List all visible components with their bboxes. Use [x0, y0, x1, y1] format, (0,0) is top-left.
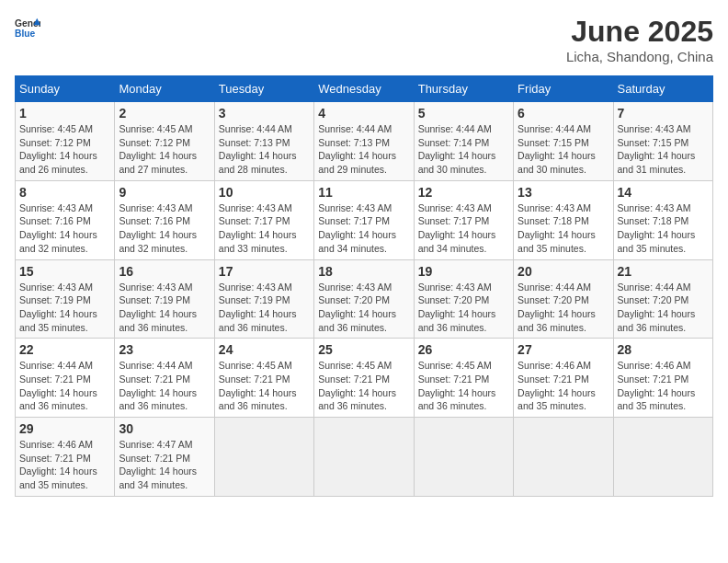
title-area: June 2025 Licha, Shandong, China — [566, 15, 713, 64]
day-number: 27 — [518, 342, 609, 357]
table-row: 2 Sunrise: 4:45 AM Sunset: 7:12 PM Dayli… — [115, 102, 214, 181]
day-info: Sunrise: 4:46 AM Sunset: 7:21 PM Dayligh… — [618, 359, 709, 413]
table-row: 29 Sunrise: 4:46 AM Sunset: 7:21 PM Dayl… — [16, 418, 115, 497]
table-row: 30 Sunrise: 4:47 AM Sunset: 7:21 PM Dayl… — [115, 418, 214, 497]
day-info: Sunrise: 4:47 AM Sunset: 7:21 PM Dayligh… — [119, 438, 210, 492]
day-number: 12 — [418, 185, 509, 200]
day-number: 15 — [19, 264, 110, 279]
day-number: 22 — [19, 342, 110, 357]
svg-text:Blue: Blue — [15, 29, 36, 39]
day-info: Sunrise: 4:44 AM Sunset: 7:21 PM Dayligh… — [119, 359, 210, 413]
day-number: 10 — [219, 185, 310, 200]
table-row: 7 Sunrise: 4:43 AM Sunset: 7:15 PM Dayli… — [613, 102, 712, 181]
day-info: Sunrise: 4:43 AM Sunset: 7:16 PM Dayligh… — [19, 201, 110, 256]
header-friday: Friday — [514, 76, 613, 102]
day-number: 18 — [318, 264, 409, 279]
calendar-week-row: 8 Sunrise: 4:43 AM Sunset: 7:16 PM Dayli… — [16, 180, 713, 259]
day-info: Sunrise: 4:44 AM Sunset: 7:20 PM Dayligh… — [518, 281, 609, 335]
day-info: Sunrise: 4:43 AM Sunset: 7:19 PM Dayligh… — [119, 281, 210, 335]
header-monday: Monday — [115, 76, 214, 102]
table-row: 3 Sunrise: 4:44 AM Sunset: 7:13 PM Dayli… — [214, 102, 313, 181]
page-header: General Blue June 2025 Licha, Shandong, … — [15, 15, 713, 64]
day-info: Sunrise: 4:44 AM Sunset: 7:15 PM Dayligh… — [518, 122, 609, 177]
day-number: 4 — [318, 106, 409, 121]
day-info: Sunrise: 4:43 AM Sunset: 7:15 PM Dayligh… — [618, 122, 709, 177]
day-info: Sunrise: 4:45 AM Sunset: 7:12 PM Dayligh… — [119, 122, 210, 177]
table-row: 20 Sunrise: 4:44 AM Sunset: 7:20 PM Dayl… — [514, 259, 613, 339]
day-number: 23 — [119, 342, 210, 357]
calendar-week-row: 1 Sunrise: 4:45 AM Sunset: 7:12 PM Dayli… — [16, 102, 713, 181]
table-row: 18 Sunrise: 4:43 AM Sunset: 7:20 PM Dayl… — [314, 259, 414, 339]
header-thursday: Thursday — [414, 76, 513, 102]
day-number: 8 — [19, 185, 110, 200]
day-number: 19 — [418, 264, 509, 279]
day-number: 3 — [219, 106, 310, 121]
table-row: 9 Sunrise: 4:43 AM Sunset: 7:16 PM Dayli… — [115, 180, 214, 259]
day-number: 14 — [618, 185, 709, 200]
day-number: 21 — [618, 264, 709, 279]
day-info: Sunrise: 4:43 AM Sunset: 7:20 PM Dayligh… — [418, 281, 509, 335]
table-row: 19 Sunrise: 4:43 AM Sunset: 7:20 PM Dayl… — [414, 259, 513, 339]
calendar-week-row: 29 Sunrise: 4:46 AM Sunset: 7:21 PM Dayl… — [16, 418, 713, 497]
table-row — [613, 418, 712, 497]
day-info: Sunrise: 4:44 AM Sunset: 7:20 PM Dayligh… — [618, 281, 709, 335]
day-number: 2 — [119, 106, 210, 121]
day-info: Sunrise: 4:43 AM Sunset: 7:16 PM Dayligh… — [119, 201, 210, 256]
day-number: 11 — [318, 185, 409, 200]
table-row — [314, 418, 414, 497]
day-number: 26 — [418, 342, 509, 357]
day-number: 29 — [19, 421, 110, 436]
table-row: 14 Sunrise: 4:43 AM Sunset: 7:18 PM Dayl… — [613, 180, 712, 259]
day-number: 7 — [618, 106, 709, 121]
calendar-header-row: Sunday Monday Tuesday Wednesday Thursday… — [16, 76, 713, 102]
table-row: 6 Sunrise: 4:44 AM Sunset: 7:15 PM Dayli… — [514, 102, 613, 181]
table-row: 4 Sunrise: 4:44 AM Sunset: 7:13 PM Dayli… — [314, 102, 414, 181]
day-info: Sunrise: 4:46 AM Sunset: 7:21 PM Dayligh… — [518, 359, 609, 413]
day-number: 5 — [418, 106, 509, 121]
table-row: 13 Sunrise: 4:43 AM Sunset: 7:18 PM Dayl… — [514, 180, 613, 259]
day-info: Sunrise: 4:44 AM Sunset: 7:21 PM Dayligh… — [19, 359, 110, 413]
table-row: 22 Sunrise: 4:44 AM Sunset: 7:21 PM Dayl… — [16, 339, 115, 418]
day-number: 6 — [518, 106, 609, 121]
day-info: Sunrise: 4:43 AM Sunset: 7:18 PM Dayligh… — [518, 201, 609, 256]
day-info: Sunrise: 4:44 AM Sunset: 7:13 PM Dayligh… — [219, 122, 310, 177]
day-number: 24 — [219, 342, 310, 357]
table-row: 28 Sunrise: 4:46 AM Sunset: 7:21 PM Dayl… — [613, 339, 712, 418]
day-info: Sunrise: 4:45 AM Sunset: 7:21 PM Dayligh… — [418, 359, 509, 413]
table-row — [414, 418, 513, 497]
table-row — [514, 418, 613, 497]
header-sunday: Sunday — [16, 76, 115, 102]
table-row: 8 Sunrise: 4:43 AM Sunset: 7:16 PM Dayli… — [16, 180, 115, 259]
table-row: 5 Sunrise: 4:44 AM Sunset: 7:14 PM Dayli… — [414, 102, 513, 181]
day-info: Sunrise: 4:43 AM Sunset: 7:17 PM Dayligh… — [219, 201, 310, 256]
day-number: 20 — [518, 264, 609, 279]
day-number: 16 — [119, 264, 210, 279]
table-row: 11 Sunrise: 4:43 AM Sunset: 7:17 PM Dayl… — [314, 180, 414, 259]
table-row: 16 Sunrise: 4:43 AM Sunset: 7:19 PM Dayl… — [115, 259, 214, 339]
day-number: 1 — [19, 106, 110, 121]
table-row: 25 Sunrise: 4:45 AM Sunset: 7:21 PM Dayl… — [314, 339, 414, 418]
table-row: 10 Sunrise: 4:43 AM Sunset: 7:17 PM Dayl… — [214, 180, 313, 259]
day-info: Sunrise: 4:44 AM Sunset: 7:14 PM Dayligh… — [418, 122, 509, 177]
table-row: 26 Sunrise: 4:45 AM Sunset: 7:21 PM Dayl… — [414, 339, 513, 418]
table-row: 27 Sunrise: 4:46 AM Sunset: 7:21 PM Dayl… — [514, 339, 613, 418]
table-row: 17 Sunrise: 4:43 AM Sunset: 7:19 PM Dayl… — [214, 259, 313, 339]
table-row: 12 Sunrise: 4:43 AM Sunset: 7:17 PM Dayl… — [414, 180, 513, 259]
table-row — [214, 418, 313, 497]
day-number: 17 — [219, 264, 310, 279]
calendar-table: Sunday Monday Tuesday Wednesday Thursday… — [15, 75, 713, 497]
table-row: 15 Sunrise: 4:43 AM Sunset: 7:19 PM Dayl… — [16, 259, 115, 339]
header-tuesday: Tuesday — [214, 76, 313, 102]
table-row: 1 Sunrise: 4:45 AM Sunset: 7:12 PM Dayli… — [16, 102, 115, 181]
location-title: Licha, Shandong, China — [566, 49, 713, 64]
day-info: Sunrise: 4:43 AM Sunset: 7:17 PM Dayligh… — [418, 201, 509, 256]
day-info: Sunrise: 4:45 AM Sunset: 7:21 PM Dayligh… — [318, 359, 409, 413]
day-info: Sunrise: 4:44 AM Sunset: 7:13 PM Dayligh… — [318, 122, 409, 177]
day-number: 25 — [318, 342, 409, 357]
day-info: Sunrise: 4:45 AM Sunset: 7:12 PM Dayligh… — [19, 122, 110, 177]
day-info: Sunrise: 4:43 AM Sunset: 7:19 PM Dayligh… — [19, 281, 110, 335]
logo: General Blue — [15, 15, 40, 40]
table-row: 24 Sunrise: 4:45 AM Sunset: 7:21 PM Dayl… — [214, 339, 313, 418]
calendar-week-row: 15 Sunrise: 4:43 AM Sunset: 7:19 PM Dayl… — [16, 259, 713, 339]
day-number: 30 — [119, 421, 210, 436]
